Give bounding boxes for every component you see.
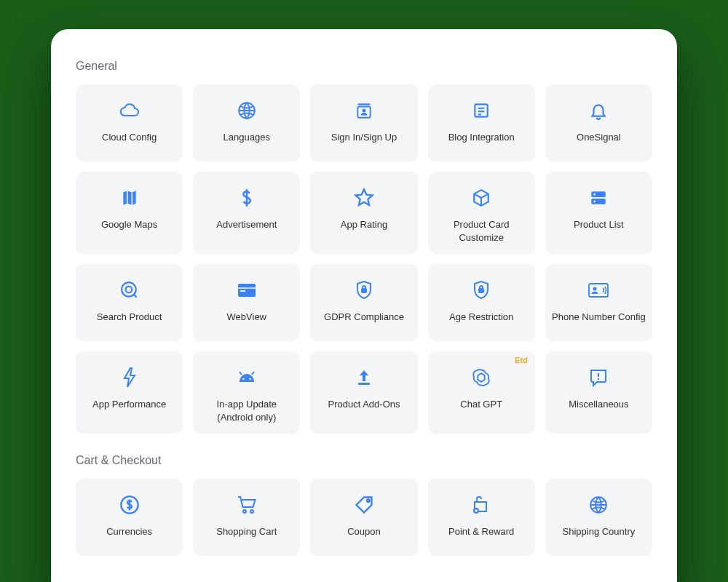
card-apprating[interactable]: App Rating [310, 172, 417, 254]
settings-window: General Cloud Config Languages Sign In/S… [51, 29, 677, 582]
svg-point-12 [122, 282, 136, 297]
card-label: Currencies [106, 525, 152, 538]
cloud-icon [119, 97, 141, 124]
section-title-general: General [76, 60, 652, 73]
card-label: GDPR Compliance [324, 311, 404, 324]
dollar-icon [240, 185, 254, 211]
card-advertisement[interactable]: Advertisement [193, 172, 300, 254]
shield-lock-icon [472, 277, 490, 303]
svg-point-3 [362, 109, 365, 113]
card-label: WebView [227, 311, 266, 324]
general-grid: Cloud Config Languages Sign In/Sign Up B… [76, 84, 652, 434]
card-phonenumber[interactable]: Phone Number Config [545, 264, 652, 341]
svg-point-10 [594, 194, 596, 196]
svg-rect-21 [589, 284, 608, 297]
card-inappupdate[interactable]: In-app Update (Android only) [193, 351, 300, 434]
section-title-cart: Cart & Checkout [76, 454, 652, 467]
card-label: Age Restriction [449, 311, 513, 324]
point-icon [471, 492, 491, 518]
misc-icon [588, 364, 609, 391]
shield-lock-icon [355, 277, 373, 303]
badge-etd: Etd [515, 356, 528, 364]
card-signin[interactable]: Sign In/Sign Up [310, 84, 417, 162]
card-blog[interactable]: Blog Integration [428, 84, 535, 162]
card-label: Advertisement [216, 218, 277, 231]
svg-rect-9 [592, 199, 606, 204]
card-currencies[interactable]: Currencies [76, 479, 183, 556]
tag-icon [354, 492, 374, 518]
card-coupon[interactable]: Coupon [310, 479, 417, 556]
card-shoppingcart[interactable]: Shopping Cart [193, 479, 300, 556]
card-label: Languages [223, 131, 270, 144]
upload-icon [355, 364, 373, 391]
svg-point-13 [125, 287, 132, 293]
card-label: Product Card Customize [434, 218, 529, 244]
card-appperformance[interactable]: App Performance [76, 351, 183, 434]
map-icon [120, 185, 139, 211]
card-label: In-app Update (Android only) [199, 398, 294, 423]
svg-rect-19 [362, 289, 366, 292]
search-icon [120, 277, 139, 303]
openai-icon [471, 364, 491, 391]
bell-icon [589, 97, 608, 124]
card-productaddons[interactable]: Product Add-Ons [310, 351, 417, 434]
svg-point-33 [367, 499, 370, 502]
bolt-icon [122, 364, 138, 391]
card-misc[interactable]: Miscellaneous [545, 351, 652, 434]
card-label: Coupon [347, 525, 381, 538]
card-label: Phone Number Config [552, 311, 646, 324]
card-label: Cloud Config [102, 131, 157, 144]
svg-rect-18 [240, 290, 245, 292]
cart-icon [236, 492, 258, 518]
cart-grid: Currencies Shopping Cart Coupon Point & … [76, 479, 652, 556]
svg-rect-27 [358, 383, 370, 385]
webview-icon [237, 277, 257, 303]
card-chatgpt[interactable]: Etd Chat GPT [428, 351, 535, 434]
card-label: Shipping Country [563, 525, 636, 538]
card-label: Miscellaneous [569, 398, 628, 411]
svg-point-32 [250, 510, 253, 513]
phone-card-icon [587, 277, 609, 303]
svg-point-29 [598, 378, 599, 380]
card-searchproduct[interactable]: Search Product [76, 264, 183, 341]
card-label: Shopping Cart [216, 525, 277, 538]
svg-rect-8 [592, 191, 606, 197]
card-onesignal[interactable]: OneSignal [545, 84, 652, 162]
android-icon [237, 364, 257, 391]
card-cloud-config[interactable]: Cloud Config [76, 84, 183, 162]
card-label: Product List [574, 218, 624, 231]
star-icon [354, 185, 374, 211]
cube-icon [472, 185, 491, 211]
svg-line-14 [134, 295, 137, 298]
card-label: App Performance [92, 398, 166, 411]
card-label: Google Maps [101, 218, 157, 231]
list-icon [589, 185, 608, 211]
card-languages[interactable]: Languages [193, 84, 300, 162]
card-agerestriction[interactable]: Age Restriction [428, 264, 535, 341]
svg-point-22 [593, 287, 597, 291]
card-label: Chat GPT [460, 398, 502, 411]
card-shippingcountry[interactable]: Shipping Country [545, 479, 652, 556]
blog-icon [472, 97, 491, 124]
card-googlemaps[interactable]: Google Maps [76, 172, 183, 254]
card-productcard[interactable]: Product Card Customize [428, 172, 535, 254]
card-label: Blog Integration [448, 131, 515, 144]
svg-rect-1 [357, 103, 370, 105]
svg-line-25 [240, 372, 242, 375]
card-pointreward[interactable]: Point & Reward [428, 479, 535, 556]
svg-point-24 [249, 378, 251, 380]
card-productlist[interactable]: Product List [545, 172, 652, 254]
card-webview[interactable]: WebView [193, 264, 300, 341]
card-label: Search Product [97, 311, 162, 324]
card-label: Point & Reward [448, 525, 514, 538]
globe-icon [237, 97, 256, 124]
svg-point-31 [243, 510, 246, 513]
currency-icon [119, 492, 140, 518]
card-label: Product Add-Ons [328, 398, 400, 411]
signin-icon [355, 97, 373, 124]
svg-point-23 [242, 378, 245, 380]
card-gdpr[interactable]: GDPR Compliance [310, 264, 417, 341]
card-label: App Rating [341, 218, 387, 231]
svg-rect-20 [479, 289, 483, 292]
globe-icon [589, 492, 608, 518]
